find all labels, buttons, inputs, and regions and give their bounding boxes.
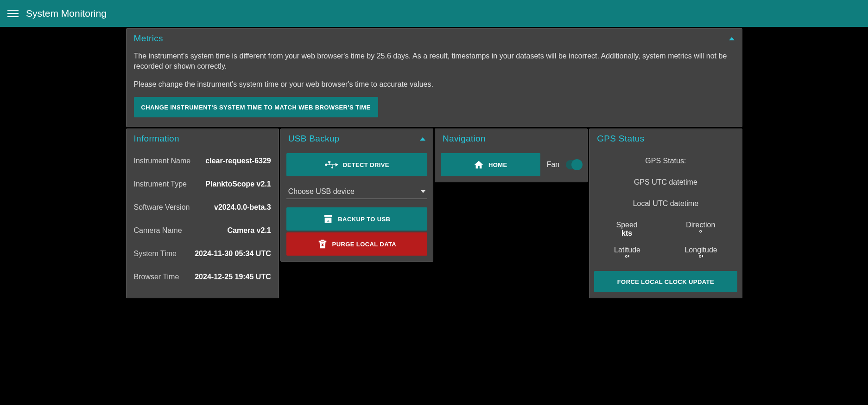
toggle-knob (571, 159, 583, 170)
force-local-clock-button[interactable]: FORCE LOCAL CLOCK UPDATE (594, 271, 737, 292)
info-row-software-version: Software Version v2024.0.0-beta.3 (134, 196, 271, 219)
gps-local-label: Local UTC datetime (633, 199, 698, 207)
gps-header: GPS Status (589, 129, 741, 148)
collapse-icon[interactable] (729, 37, 735, 40)
navigation-title: Navigation (443, 134, 486, 144)
change-time-button[interactable]: CHANGE INSTRUMENT'S SYSTEM TIME TO MATCH… (134, 97, 378, 117)
gps-direction-label: Direction (686, 221, 715, 229)
usb-backup-panel: USB Backup DETECT DRIVE (280, 129, 433, 262)
home-icon (474, 160, 484, 170)
home-button[interactable]: HOME (441, 153, 540, 176)
info-row-instrument-type: Instrument Type PlanktoScope v2.1 (134, 173, 271, 196)
gps-status-line: GPS Status: (594, 157, 737, 165)
info-row-browser-time: Browser Time 2024-12-25 19:45 UTC (134, 265, 271, 289)
chevron-down-icon (421, 190, 425, 193)
info-label: System Time (134, 250, 177, 258)
info-value: 2024-11-30 05:34 UTC (195, 250, 271, 258)
info-value: Camera v2.1 (227, 226, 271, 235)
usb-device-select-text: Choose USB device (286, 185, 427, 199)
gps-utc-label: GPS UTC datetime (634, 178, 697, 186)
gps-status-panel: GPS Status GPS Status: GPS UTC datetime … (589, 129, 742, 298)
menu-icon[interactable] (7, 8, 19, 19)
topbar: System Monitoring (0, 0, 868, 27)
gps-direction: Direction ° (686, 221, 715, 238)
gps-speed: Speed kts (616, 221, 637, 238)
detect-drive-label: DETECT DRIVE (343, 161, 389, 168)
metrics-body: The instrument's system time is differen… (127, 47, 742, 127)
detect-drive-button[interactable]: DETECT DRIVE (286, 153, 427, 176)
purge-label: PURGE LOCAL DATA (332, 241, 397, 248)
gps-latitude-value: °' (614, 254, 640, 263)
gps-utc-line: GPS UTC datetime (594, 178, 737, 186)
collapse-icon[interactable] (420, 137, 425, 141)
gps-title: GPS Status (597, 134, 644, 144)
navigation-body: HOME Fan (435, 148, 587, 182)
gps-latitude: Latitude °' (614, 246, 640, 263)
information-body: Instrument Name clear-request-6329 Instr… (127, 148, 279, 298)
fan-label: Fan (547, 161, 560, 169)
gps-status-label: GPS Status: (645, 157, 686, 165)
info-value: v2024.0.0-beta.3 (214, 203, 271, 212)
info-label: Browser Time (134, 273, 179, 281)
info-label: Software Version (134, 203, 190, 212)
page-title: System Monitoring (26, 8, 107, 19)
metrics-title: Metrics (134, 33, 163, 44)
svg-point-6 (331, 167, 333, 169)
main-container: Metrics The instrument's system time is … (126, 27, 742, 309)
metrics-warning-2: Please change the instrument's system ti… (134, 79, 735, 90)
fan-toggle[interactable] (566, 160, 582, 169)
usb-device-select[interactable]: Choose USB device (286, 185, 427, 199)
info-row-instrument-name: Instrument Name clear-request-6329 (134, 149, 271, 173)
metrics-header: Metrics (127, 29, 742, 47)
information-header: Information (127, 129, 279, 148)
gps-longitude-label: Longitude (684, 246, 717, 254)
gps-speed-value: kts (616, 229, 637, 238)
info-label: Camera Name (134, 226, 182, 235)
info-value: 2024-12-25 19:45 UTC (195, 273, 271, 281)
svg-rect-5 (332, 165, 332, 167)
panels-row: Information Instrument Name clear-reques… (126, 129, 742, 300)
gps-longitude-value: °' (684, 254, 717, 263)
gps-local-line: Local UTC datetime (594, 199, 737, 208)
info-label: Instrument Type (134, 180, 187, 188)
nav-row: HOME Fan (441, 153, 582, 176)
gps-speed-label: Speed (616, 221, 637, 229)
info-row-system-time: System Time 2024-11-30 05:34 UTC (134, 242, 271, 265)
svg-rect-4 (328, 161, 330, 163)
metrics-panel: Metrics The instrument's system time is … (126, 28, 742, 127)
gps-direction-value: ° (686, 229, 715, 238)
info-label: Instrument Name (134, 157, 191, 165)
gps-grid: GPS Status: GPS UTC datetime Local UTC d… (594, 153, 737, 271)
navigation-panel: Navigation HOME Fan (435, 129, 588, 182)
usb-header: USB Backup (281, 129, 433, 148)
information-title: Information (134, 134, 179, 144)
gps-body: GPS Status: GPS UTC datetime Local UTC d… (589, 148, 741, 298)
usb-title: USB Backup (288, 134, 340, 144)
gps-longitude: Longitude °' (684, 246, 717, 263)
home-label: HOME (488, 161, 507, 168)
metrics-warning-1: The instrument's system time is differen… (134, 51, 735, 72)
gps-latitude-label: Latitude (614, 246, 640, 254)
svg-marker-2 (336, 163, 338, 167)
svg-rect-1 (327, 165, 336, 165)
info-value: PlanktoScope v2.1 (205, 180, 271, 188)
info-value: clear-request-6329 (205, 157, 271, 165)
gps-lat-lon-row: Latitude °' Longitude °' (594, 246, 737, 263)
backup-label: BACKUP TO USB (338, 216, 390, 223)
info-row-camera-name: Camera Name Camera v2.1 (134, 219, 271, 242)
trash-icon (317, 239, 328, 249)
information-panel: Information Instrument Name clear-reques… (126, 129, 279, 298)
usb-icon (324, 159, 338, 170)
gps-speed-direction-row: Speed kts Direction ° (594, 221, 737, 238)
backup-to-usb-button[interactable]: BACKUP TO USB (286, 207, 427, 231)
archive-icon (323, 214, 333, 224)
purge-local-data-button[interactable]: PURGE LOCAL DATA (286, 232, 427, 256)
navigation-header: Navigation (435, 129, 587, 148)
usb-body: DETECT DRIVE Choose USB device BACKUP TO… (281, 148, 433, 261)
